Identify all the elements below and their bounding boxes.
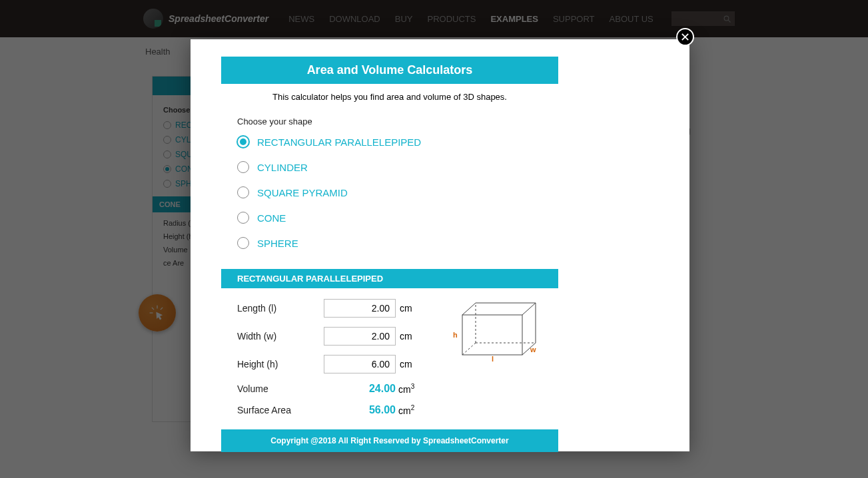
svg-text:l: l xyxy=(492,355,494,363)
shape-option-label: CYLINDER xyxy=(257,162,308,173)
shape-option-square-pyramid[interactable]: SQUARE PYRAMID xyxy=(237,186,542,198)
cuboid-diagram: h w l xyxy=(449,296,542,363)
height-input[interactable] xyxy=(324,355,396,373)
calculator-modal: Area and Volume Calculators This calcula… xyxy=(191,39,689,451)
radio-icon xyxy=(237,136,249,148)
shape-section-heading: RECTANGULAR PARALLELEPIPED xyxy=(221,269,558,288)
svg-text:h: h xyxy=(453,331,458,339)
svg-line-10 xyxy=(522,303,536,315)
shape-option-cone[interactable]: CONE xyxy=(237,212,542,224)
radio-icon xyxy=(237,161,249,173)
shape-option-label: SPHERE xyxy=(257,238,298,249)
radio-icon xyxy=(237,237,249,249)
area-unit: cm2 xyxy=(398,404,414,416)
length-label: Length (l) xyxy=(237,303,324,314)
volume-label: Volume xyxy=(237,383,324,394)
area-label: Surface Area xyxy=(237,405,324,415)
shape-option-rect[interactable]: RECTANGULAR PARALLELEPIPED xyxy=(237,136,542,148)
shape-option-label: RECTANGULAR PARALLELEPIPED xyxy=(257,136,421,148)
width-input[interactable] xyxy=(324,327,396,346)
radio-icon xyxy=(237,186,249,198)
modal-title: Area and Volume Calculators xyxy=(221,57,558,84)
modal-footer: Copyright @2018 All Right Reserved by Sp… xyxy=(221,429,558,452)
width-unit: cm xyxy=(400,331,412,342)
shape-option-cylinder[interactable]: CYLINDER xyxy=(237,161,542,173)
width-label: Width (w) xyxy=(237,331,324,342)
shape-option-label: SQUARE PYRAMID xyxy=(257,187,348,198)
svg-text:w: w xyxy=(530,346,536,354)
svg-line-9 xyxy=(462,303,476,315)
shape-option-sphere[interactable]: SPHERE xyxy=(237,237,542,249)
length-input[interactable] xyxy=(324,299,396,318)
svg-line-14 xyxy=(462,343,476,355)
svg-rect-8 xyxy=(462,315,522,355)
modal-subtitle: This calculator helps you find area and … xyxy=(221,84,558,106)
area-value: 56.00 xyxy=(324,404,396,416)
cuboid-icon: h w l xyxy=(449,296,542,363)
close-button[interactable] xyxy=(676,28,694,46)
length-unit: cm xyxy=(400,303,412,314)
shape-option-label: CONE xyxy=(257,212,286,224)
close-icon xyxy=(681,33,689,41)
volume-value: 24.00 xyxy=(324,383,396,395)
height-label: Height (h) xyxy=(237,359,324,369)
height-unit: cm xyxy=(400,359,412,369)
volume-unit: cm3 xyxy=(398,383,414,395)
radio-icon xyxy=(237,212,249,224)
choose-shape-label: Choose your shape xyxy=(237,117,542,126)
